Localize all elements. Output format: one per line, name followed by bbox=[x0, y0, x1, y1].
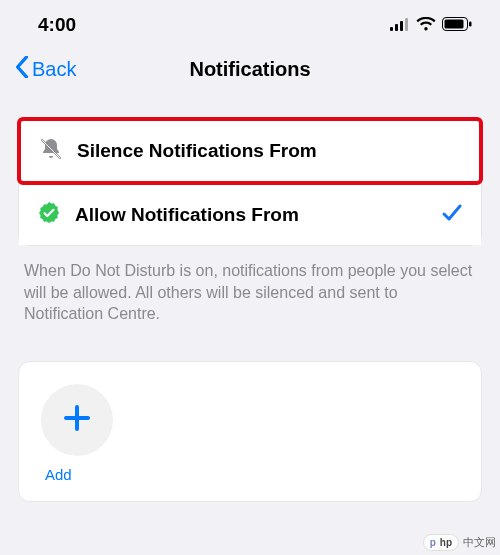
status-indicators bbox=[390, 14, 472, 36]
content: Silence Notifications From Allow Notific… bbox=[0, 100, 500, 502]
status-bar: 4:00 bbox=[0, 0, 500, 44]
svg-rect-5 bbox=[445, 20, 464, 29]
battery-icon bbox=[442, 14, 472, 36]
add-person-button[interactable] bbox=[41, 384, 113, 456]
svg-rect-3 bbox=[405, 18, 408, 31]
back-button[interactable]: Back bbox=[14, 56, 76, 83]
svg-rect-1 bbox=[395, 24, 398, 31]
plus-icon bbox=[62, 403, 92, 437]
nav-bar: Back Notifications bbox=[0, 44, 500, 100]
watermark-text: 中文网 bbox=[463, 535, 496, 550]
watermark-php-icon: php bbox=[423, 534, 459, 551]
bell-silenced-icon bbox=[39, 137, 63, 165]
svg-rect-6 bbox=[469, 22, 472, 27]
cellular-icon bbox=[390, 14, 410, 36]
svg-rect-0 bbox=[390, 27, 393, 31]
watermark: php 中文网 bbox=[423, 534, 496, 551]
allow-label: Allow Notifications From bbox=[75, 204, 427, 226]
verified-badge-icon bbox=[37, 201, 61, 229]
checkmark-icon bbox=[441, 202, 463, 228]
status-time: 4:00 bbox=[38, 14, 76, 36]
back-label: Back bbox=[32, 58, 76, 81]
notification-mode-card: Silence Notifications From Allow Notific… bbox=[18, 118, 482, 246]
silence-label: Silence Notifications From bbox=[77, 140, 461, 162]
svg-rect-2 bbox=[400, 21, 403, 31]
silence-notifications-row[interactable]: Silence Notifications From bbox=[17, 117, 483, 185]
add-label: Add bbox=[45, 466, 459, 483]
wifi-icon bbox=[416, 14, 436, 36]
chevron-left-icon bbox=[14, 56, 30, 83]
people-card: Add bbox=[18, 361, 482, 502]
allow-notifications-row[interactable]: Allow Notifications From bbox=[19, 185, 481, 245]
section-footer-text: When Do Not Disturb is on, notifications… bbox=[18, 246, 482, 325]
